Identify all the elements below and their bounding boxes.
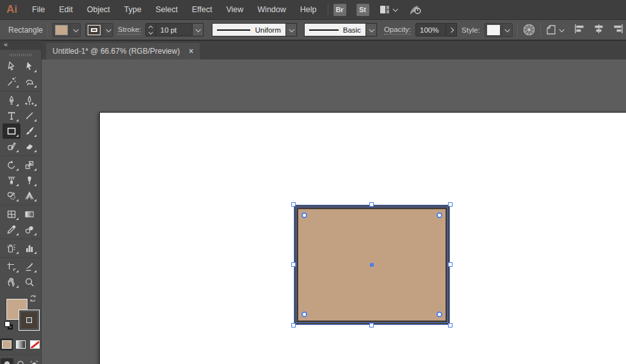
color-button[interactable]: [0, 338, 13, 351]
width-profile-dropdown[interactable]: Uniform: [212, 23, 285, 36]
free-transform-tool[interactable]: [3, 173, 20, 188]
pen-tool[interactable]: [3, 93, 20, 108]
stroke-color-dropdown[interactable]: [85, 23, 113, 37]
fill-swatch[interactable]: [55, 25, 68, 35]
opacity-field[interactable]: 100%: [415, 23, 446, 36]
menu-view[interactable]: View: [219, 0, 250, 19]
shape-properties-button[interactable]: [545, 24, 563, 36]
stroke-weight-field[interactable]: 10 pt: [145, 23, 193, 36]
draw-normal-button[interactable]: [1, 358, 13, 364]
draw-behind-button[interactable]: [14, 358, 27, 364]
zoom-tool[interactable]: [20, 274, 38, 290]
brush-dropdown[interactable]: Basic: [304, 23, 366, 36]
draw-inside-button[interactable]: [28, 358, 40, 364]
mesh-tool[interactable]: [3, 207, 20, 222]
resize-handle[interactable]: [369, 323, 374, 328]
align-horizontal-left-icon[interactable]: [574, 24, 585, 36]
resize-handle[interactable]: [291, 202, 296, 207]
panel-drag-handle[interactable]: [10, 54, 31, 56]
close-icon[interactable]: ×: [189, 47, 193, 56]
artboard-tool[interactable]: [3, 259, 20, 274]
perspective-grid-tool[interactable]: [20, 188, 38, 203]
blend-tool[interactable]: [20, 222, 38, 237]
resize-handle[interactable]: [448, 202, 453, 207]
eraser-tool[interactable]: [20, 139, 38, 154]
corner-widget[interactable]: [437, 212, 442, 218]
menu-object[interactable]: Object: [80, 0, 117, 19]
scale-tool[interactable]: [20, 157, 38, 173]
recolor-artwork-icon[interactable]: [522, 23, 536, 36]
opacity-dropdown[interactable]: [446, 23, 457, 36]
stroke-color-proxy[interactable]: [19, 310, 40, 331]
align-horizontal-right-icon[interactable]: [613, 24, 623, 36]
selected-rectangle[interactable]: [294, 205, 450, 325]
menu-effect[interactable]: Effect: [185, 0, 220, 19]
style-dropdown[interactable]: [485, 23, 513, 37]
none-button[interactable]: [28, 338, 41, 351]
document-tab[interactable]: Untitled-1* @ 66.67% (RGB/Preview) ×: [46, 43, 200, 59]
menu-edit[interactable]: Edit: [52, 0, 80, 19]
default-fill-stroke-icon[interactable]: [4, 321, 13, 329]
chevron-down-icon[interactable]: [502, 24, 512, 36]
menu-window[interactable]: Window: [250, 0, 293, 19]
workspace-switcher-button[interactable]: [380, 5, 397, 14]
center-point[interactable]: [370, 263, 374, 267]
lasso-tool[interactable]: [20, 74, 38, 90]
type-tool[interactable]: [3, 108, 20, 123]
illustrator-window: Ai File Edit Object Type Select Effect V…: [0, 0, 626, 364]
gradient-button[interactable]: [14, 338, 27, 351]
chevron-down-icon[interactable]: [366, 23, 377, 36]
rotate-tool[interactable]: [3, 157, 20, 173]
bridge-button[interactable]: Br: [333, 4, 346, 16]
resize-handle[interactable]: [448, 262, 453, 267]
paintbrush-tool[interactable]: [20, 123, 38, 139]
magic-wand-tool[interactable]: [3, 74, 20, 90]
fill-color-dropdown[interactable]: [52, 23, 81, 37]
corner-widget[interactable]: [301, 212, 307, 218]
menu-select[interactable]: Select: [148, 0, 185, 19]
menu-file[interactable]: File: [25, 0, 52, 19]
shape-builder-tool[interactable]: [3, 188, 20, 203]
eyedropper-tool[interactable]: [3, 222, 20, 237]
stroke-swatch[interactable]: [88, 25, 100, 35]
line-segment-tool[interactable]: [20, 108, 38, 123]
selection-tool[interactable]: [3, 59, 20, 74]
chevron-down-icon: [559, 27, 564, 32]
resize-handle[interactable]: [448, 323, 453, 328]
symbol-sprayer-tool[interactable]: [3, 241, 20, 256]
direct-selection-tool[interactable]: [20, 59, 38, 74]
separator: [517, 22, 518, 38]
stock-button[interactable]: St: [357, 4, 369, 16]
column-graph-tool[interactable]: [20, 241, 38, 256]
slice-tool[interactable]: [20, 259, 38, 274]
shaper-tool[interactable]: [3, 139, 20, 154]
collapse-panel-icon[interactable]: «: [4, 40, 7, 48]
stroke-panel-link[interactable]: Stroke:: [118, 26, 141, 35]
resize-handle[interactable]: [291, 262, 296, 267]
tools-panel-header[interactable]: «: [0, 40, 41, 50]
gradient-tool[interactable]: [20, 207, 38, 222]
menu-help[interactable]: Help: [293, 0, 324, 19]
align-horizontal-center-icon[interactable]: [593, 24, 604, 36]
hand-tool[interactable]: [3, 274, 20, 290]
stroke-weight-dropdown[interactable]: [193, 23, 204, 36]
chevron-down-icon[interactable]: [102, 24, 113, 36]
resize-handle[interactable]: [369, 202, 374, 207]
curvature-tool[interactable]: [20, 93, 38, 108]
gpu-performance-icon[interactable]: [408, 4, 422, 15]
menu-type[interactable]: Type: [117, 0, 148, 19]
corner-widget[interactable]: [301, 312, 307, 317]
resize-handle[interactable]: [291, 323, 296, 328]
stroke-weight-value[interactable]: 10 pt: [156, 26, 177, 34]
stroke-weight-stepper[interactable]: [146, 24, 156, 36]
corner-widget[interactable]: [437, 312, 442, 317]
opacity-panel-link[interactable]: Opacity:: [384, 26, 411, 35]
separator: [540, 22, 541, 38]
puppet-warp-tool[interactable]: [20, 173, 38, 188]
chevron-down-icon[interactable]: [70, 24, 80, 36]
chevron-down-icon[interactable]: [286, 23, 297, 36]
swap-fill-stroke-icon[interactable]: [29, 294, 37, 305]
canvas[interactable]: [42, 59, 626, 364]
rectangle-tool[interactable]: [3, 123, 20, 139]
style-swatch[interactable]: [487, 25, 500, 35]
